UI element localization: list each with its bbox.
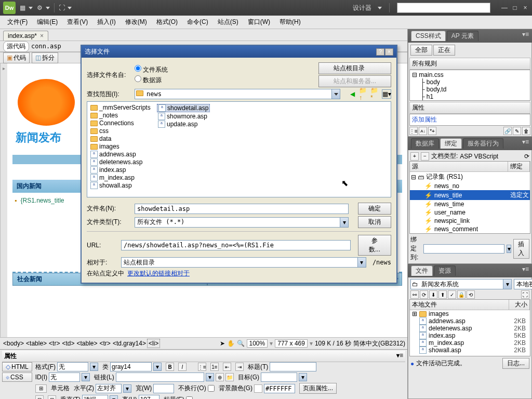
link-input[interactable] — [116, 373, 204, 382]
target-select[interactable] — [261, 373, 297, 382]
file-tree-item[interactable]: am_index.asp2KB — [410, 339, 530, 347]
menu-help[interactable]: 帮助(H) — [276, 17, 304, 28]
menu-edit[interactable]: 编辑(E) — [34, 17, 61, 28]
tag-tr2[interactable]: <tr> — [99, 339, 112, 348]
field-news-no[interactable]: ⚡news_no — [410, 182, 530, 190]
css-rules-tree[interactable]: ⊟ main.css ├ body ├ body,td ├ h1 — [409, 70, 530, 101]
dialog-close-button[interactable]: × — [385, 48, 393, 56]
log-button[interactable]: 日志... — [502, 358, 529, 369]
menu-site[interactable]: 站点(S) — [215, 17, 242, 28]
merge-cells-icon[interactable]: ⊟ — [35, 395, 44, 399]
site-select[interactable]: 🗀▾ — [410, 279, 512, 289]
extensions-dropdown[interactable]: ⚙ — [37, 4, 50, 11]
file-item[interactable]: am_index.asp — [89, 174, 157, 181]
remove-binding-button[interactable]: − — [421, 152, 429, 161]
dialog-help-button[interactable]: ? — [376, 48, 384, 56]
tab-database[interactable]: 数据库 — [411, 138, 439, 149]
hand-tool-icon[interactable]: ✋ — [227, 340, 235, 347]
doc-tab-index[interactable]: index.asp* × — [3, 31, 48, 41]
folder-item[interactable]: _mmServerScripts — [89, 104, 157, 111]
horiz-select[interactable] — [96, 384, 122, 393]
code-view-button[interactable]: ▣代码 — [3, 52, 30, 63]
file-item[interactable]: ashowall.asp — [89, 182, 157, 189]
field-user-name[interactable]: ⚡user_name — [410, 208, 530, 217]
filetype-combo[interactable]: ▾ — [135, 217, 349, 228]
add-property-link[interactable]: 添加属性 — [409, 114, 530, 126]
add-binding-button[interactable]: + — [410, 152, 419, 161]
menu-file[interactable]: 文件(F) — [4, 17, 31, 28]
tab-server-behavior[interactable]: 服务器行为 — [463, 138, 503, 149]
gutter-icon[interactable]: ▸ — [3, 65, 5, 71]
title-input[interactable] — [270, 362, 316, 371]
up-folder-icon[interactable]: 📁↑ — [359, 89, 368, 99]
recordset-node[interactable]: ⊟ 🗃 记录集 (RS1) — [410, 172, 530, 182]
css-all-button[interactable]: 全部 — [410, 45, 432, 56]
ul-button[interactable]: ⋮≡ — [198, 363, 206, 371]
file-tree-item[interactable]: adeletenews.asp2KB — [410, 325, 530, 332]
file-tree-item[interactable]: aaddnews.asp2KB — [410, 317, 530, 325]
search-input[interactable] — [397, 3, 490, 13]
page-properties-button[interactable]: 页面属性... — [299, 383, 337, 394]
outdent-button[interactable]: ⇤ — [223, 363, 231, 371]
minimize-button[interactable]: — — [501, 4, 508, 11]
back-icon[interactable]: ◀ — [348, 89, 357, 99]
format-select[interactable] — [57, 362, 88, 371]
radio-filesystem[interactable]: 文件系统 — [135, 65, 168, 74]
css-current-button[interactable]: 正在 — [433, 45, 455, 56]
folder-item[interactable]: Connections — [89, 119, 157, 127]
id-select[interactable] — [49, 373, 80, 382]
menu-window[interactable]: 窗口(W) — [245, 17, 273, 28]
refresh-icon[interactable]: ⟳ — [420, 290, 428, 299]
connect-icon[interactable]: ⚯ — [410, 290, 419, 299]
menu-modify[interactable]: 修改(M) — [122, 17, 150, 28]
bold-button[interactable]: B — [166, 363, 174, 371]
bgcolor-input[interactable] — [264, 384, 295, 393]
folder-item[interactable]: css — [89, 127, 157, 135]
zoom-tool-icon[interactable]: 🔍 — [237, 340, 245, 347]
checkin-icon[interactable]: 🔒 — [457, 290, 466, 299]
html-mode-button[interactable]: ◇HTML — [2, 362, 32, 371]
width-input[interactable] — [153, 384, 174, 393]
nowrap-checkbox[interactable] — [208, 385, 215, 392]
menu-insert[interactable]: 插入(I) — [94, 17, 118, 28]
related-file-conn[interactable]: conn.asp — [31, 43, 61, 50]
tab-ap-elements[interactable]: AP 元素 — [447, 31, 478, 41]
menu-format[interactable]: 格式(O) — [153, 17, 181, 28]
widgets-dropdown[interactable]: ⛶ — [59, 4, 72, 11]
dialog-titlebar[interactable]: 选择文件 ?× — [82, 46, 396, 58]
class-select[interactable] — [110, 362, 152, 371]
get-icon[interactable]: ⬇ — [429, 290, 437, 299]
bind-to-input[interactable] — [423, 244, 504, 254]
italic-button[interactable]: I — [178, 363, 187, 371]
selection-tool-icon[interactable]: ➤ — [220, 340, 225, 347]
sync-icon[interactable]: ⟲ — [467, 290, 475, 299]
file-browser-list[interactable]: _mmServerScripts_notesConnectionscssdata… — [87, 101, 391, 197]
close-button[interactable]: × — [522, 4, 529, 11]
view-menu-icon[interactable]: ▦▾ — [382, 89, 391, 99]
file-item[interactable]: aupdate.asp — [157, 121, 210, 128]
workspace-label[interactable]: 设计器 — [353, 4, 371, 12]
tag-table[interactable]: <table> — [25, 339, 48, 348]
view-select[interactable]: ▾ — [514, 279, 532, 289]
site-root-button[interactable]: 站点根目录 — [318, 62, 391, 74]
folder-combo[interactable] — [135, 89, 340, 99]
file-item[interactable]: adeletenews.asp — [89, 158, 157, 166]
ok-button[interactable]: 确定 — [358, 203, 391, 215]
close-tab-icon[interactable]: × — [40, 32, 44, 39]
radio-datasource[interactable]: 数据源 — [135, 75, 168, 85]
file-item[interactable]: aaddnews.asp — [89, 151, 157, 158]
field-news-title[interactable]: ⚡news_title选定文 — [410, 190, 530, 200]
vert-select[interactable] — [82, 395, 108, 399]
url-input[interactable] — [122, 242, 350, 249]
tag-table2[interactable]: <table> — [75, 339, 98, 348]
split-view-button[interactable]: ◫拆分 — [32, 52, 58, 63]
tab-binding[interactable]: 绑定 — [440, 138, 462, 149]
expand-icon[interactable]: ⛶ — [521, 290, 529, 299]
file-item[interactable]: ashowdetail.asp — [157, 104, 210, 112]
put-icon[interactable]: ⬆ — [438, 290, 447, 299]
folder-item[interactable]: data — [89, 135, 157, 142]
tab-files[interactable]: 文件 — [411, 265, 433, 276]
file-tree-item[interactable]: ashowall.asp2KB — [410, 347, 530, 354]
field-newspic-link[interactable]: ⚡newspic_link — [410, 217, 530, 225]
filename-input[interactable] — [135, 205, 348, 212]
